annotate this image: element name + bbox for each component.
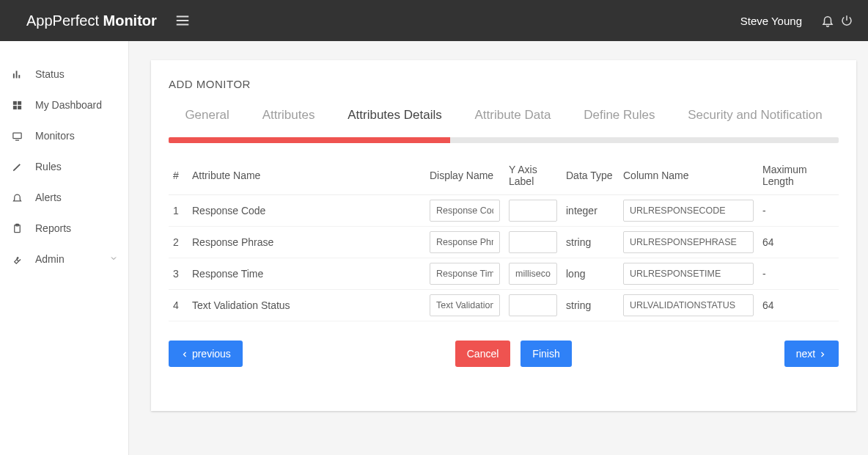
display-name-input[interactable]: [430, 294, 500, 316]
attributes-table: # Attribute Name Display Name Y Axis Lab…: [169, 156, 839, 321]
cell-index: 4: [169, 290, 188, 321]
cell-data-type: string: [562, 290, 619, 321]
chevron-down-icon: [109, 253, 118, 265]
cell-attribute-name: Text Validation Status: [188, 290, 425, 321]
cell-max-length: -: [758, 258, 839, 290]
table-row: 2Response Phrasestring64: [169, 227, 839, 258]
cell-attribute-name: Response Time: [188, 258, 425, 290]
svg-rect-1: [16, 70, 18, 78]
table-row: 1Response Codeinteger-: [169, 195, 839, 227]
y-axis-input[interactable]: [509, 200, 557, 222]
finish-button[interactable]: Finish: [521, 341, 571, 367]
menu-icon[interactable]: [174, 12, 191, 29]
col-index: #: [169, 156, 188, 195]
wizard-progress-fill: [169, 137, 450, 143]
topbar: AppPerfect Monitor Steve Young: [0, 0, 868, 41]
cell-max-length: -: [758, 195, 839, 227]
svg-rect-2: [18, 75, 20, 78]
grid-icon: [12, 100, 23, 111]
display-name-input[interactable]: [430, 231, 500, 253]
col-max-length: Maximum Length: [758, 156, 839, 195]
sidebar-item-monitors[interactable]: Monitors: [0, 120, 128, 151]
user-name[interactable]: Steve Young: [740, 15, 802, 27]
sidebar-item-label: My Dashboard: [35, 99, 102, 111]
brand-text-2: Monitor: [103, 12, 157, 29]
clipboard-icon: [12, 223, 23, 234]
pencil-icon: [12, 161, 23, 172]
cell-attribute-name: Response Phrase: [188, 227, 425, 258]
svg-rect-5: [13, 106, 17, 109]
y-axis-input[interactable]: [509, 231, 557, 253]
cell-data-type: integer: [562, 195, 619, 227]
col-attribute-name: Attribute Name: [188, 156, 425, 195]
cell-index: 3: [169, 258, 188, 290]
cell-data-type: long: [562, 258, 619, 290]
display-name-input[interactable]: [430, 200, 500, 222]
sidebar-item-label: Monitors: [35, 130, 75, 142]
sidebar: Status My Dashboard Monitors Rules Alert…: [0, 41, 129, 455]
col-y-axis: Y Axis Label: [504, 156, 562, 195]
brand: AppPerfect Monitor: [26, 12, 157, 29]
display-name-input[interactable]: [430, 263, 500, 285]
svg-rect-7: [13, 133, 21, 139]
column-name-input[interactable]: [623, 200, 754, 222]
tab-define-rules[interactable]: Define Rules: [581, 106, 658, 124]
svg-rect-0: [13, 73, 15, 78]
tab-attributes-details[interactable]: Attributes Details: [345, 106, 445, 124]
sidebar-item-admin[interactable]: Admin: [0, 244, 128, 274]
column-name-input[interactable]: [623, 294, 754, 316]
sidebar-item-label: Reports: [35, 222, 71, 234]
wrench-icon: [12, 254, 23, 265]
wizard-progress: [169, 137, 839, 143]
tab-security-notification[interactable]: Security and Notification: [685, 106, 825, 124]
bell-icon: [12, 192, 23, 203]
svg-rect-3: [13, 101, 17, 104]
column-name-input[interactable]: [623, 263, 754, 285]
y-axis-input[interactable]: [509, 294, 557, 316]
next-button[interactable]: next: [784, 341, 839, 367]
cancel-button[interactable]: Cancel: [455, 341, 511, 367]
tab-attributes[interactable]: Attributes: [260, 106, 318, 124]
bar-chart-icon: [12, 69, 23, 80]
col-column-name: Column Name: [619, 156, 758, 195]
svg-rect-4: [18, 101, 21, 104]
sidebar-item-label: Admin: [35, 253, 65, 265]
bell-icon[interactable]: [821, 14, 834, 27]
svg-rect-6: [18, 106, 21, 109]
cell-index: 2: [169, 227, 188, 258]
cell-max-length: 64: [758, 290, 839, 321]
wizard-tabs: General Attributes Attributes Details At…: [169, 106, 839, 124]
column-name-input[interactable]: [623, 231, 754, 253]
table-row: 3Response Timelong-: [169, 258, 839, 290]
next-button-label: next: [796, 348, 815, 360]
sidebar-item-reports[interactable]: Reports: [0, 213, 128, 244]
cell-attribute-name: Response Code: [188, 195, 425, 227]
sidebar-item-label: Status: [35, 68, 65, 80]
brand-text-1: AppPerfect: [26, 12, 99, 29]
previous-button[interactable]: previous: [169, 341, 243, 367]
tab-general[interactable]: General: [182, 106, 232, 124]
sidebar-item-dashboard[interactable]: My Dashboard: [0, 90, 128, 120]
sidebar-item-label: Alerts: [35, 192, 62, 203]
monitor-icon: [12, 131, 23, 142]
sidebar-item-alerts[interactable]: Alerts: [0, 182, 128, 213]
sidebar-item-rules[interactable]: Rules: [0, 151, 128, 182]
cell-max-length: 64: [758, 227, 839, 258]
col-display-name: Display Name: [425, 156, 504, 195]
card-title: ADD MONITOR: [169, 78, 839, 90]
table-row: 4Text Validation Statusstring64: [169, 290, 839, 321]
tab-attribute-data[interactable]: Attribute Data: [471, 106, 553, 124]
cell-index: 1: [169, 195, 188, 227]
cell-data-type: string: [562, 227, 619, 258]
col-data-type: Data Type: [562, 156, 619, 195]
sidebar-item-status[interactable]: Status: [0, 59, 128, 90]
previous-button-label: previous: [192, 348, 231, 360]
sidebar-item-label: Rules: [35, 161, 62, 172]
add-monitor-card: ADD MONITOR General Attributes Attribute…: [151, 60, 856, 411]
power-icon[interactable]: [840, 14, 853, 27]
y-axis-input[interactable]: [509, 263, 557, 285]
